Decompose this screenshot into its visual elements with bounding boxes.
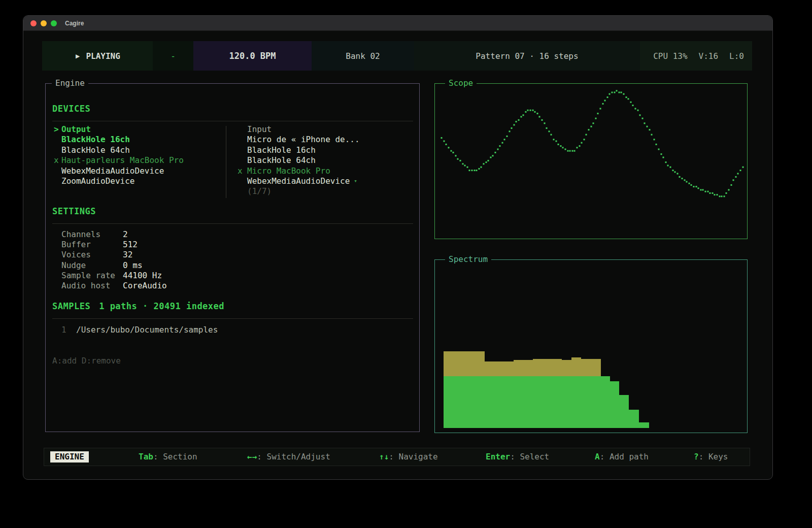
shortcut-label: : Keys: [699, 452, 728, 461]
play-icon: ▶: [76, 52, 80, 60]
prefix-spacer: [238, 124, 247, 135]
setting-label: Audio host: [61, 281, 123, 291]
spectrum-green-band: [639, 422, 649, 428]
levels-stat: L:0: [729, 51, 744, 61]
settings-row[interactable]: Audio hostCoreAudio: [52, 281, 413, 291]
spectrum-olive-band: [571, 357, 581, 376]
device-label: Micro MacBook Pro: [247, 166, 330, 176]
settings-row[interactable]: Voices32: [52, 250, 413, 260]
close-window-button[interactable]: [30, 20, 37, 26]
setting-value: 2: [123, 229, 128, 240]
spectrum-chart: [435, 260, 747, 432]
output-device-item[interactable]: xHaut-parleurs MacBook Pro: [52, 155, 226, 166]
device-columns: > Output BlackHole 16chBlackHole 64chxHa…: [52, 124, 413, 197]
pattern-display[interactable]: Pattern 07 · 16 steps: [414, 41, 640, 71]
shortcut-key: ?: [694, 452, 699, 461]
input-header-label: Input: [247, 124, 272, 135]
active-device-marker: x: [238, 166, 247, 176]
divider: [52, 318, 413, 319]
midi-indicator-glyph: -: [171, 51, 176, 61]
output-device-item[interactable]: BlackHole 16ch: [52, 135, 226, 145]
device-label: Haut-parleurs MacBook Pro: [61, 155, 184, 166]
active-device-marker: x: [54, 155, 61, 166]
column-divider: [226, 126, 226, 198]
setting-label: Buffer: [61, 240, 123, 250]
transport-bar: ▶ PLAYING - 120.0 BPM Bank 02 Pattern 07…: [42, 41, 752, 71]
spectrum-olive-band: [533, 359, 562, 376]
setting-label: Channels: [61, 229, 123, 240]
input-device-item[interactable]: BlackHole 64ch: [238, 155, 413, 166]
scroll-down-icon: ▾: [354, 176, 357, 186]
output-header-label: Output: [61, 124, 91, 135]
app-window: Cagire ▶ PLAYING - 120.0 BPM Bank 02 Pat…: [23, 15, 773, 480]
scope-panel: Scope: [434, 83, 748, 239]
spectrum-green-band: [571, 376, 581, 428]
bpm-display[interactable]: 120.0 BPM: [193, 41, 312, 71]
device-label: BlackHole 64ch: [247, 155, 316, 166]
divider: [52, 223, 413, 224]
spectrum-olive-band: [485, 361, 514, 376]
output-device-item[interactable]: ZoomAudioDevice: [52, 176, 226, 186]
cursor-icon: >: [54, 124, 61, 135]
footer-shortcut: Enter: Select: [486, 452, 549, 461]
settings-row[interactable]: Channels2: [52, 229, 413, 240]
midi-indicator: -: [153, 41, 193, 71]
prefix-spacer: [54, 145, 61, 155]
input-device-item[interactable]: WebexMediaAudioDevice▾: [238, 176, 413, 186]
spectrum-green-band: [514, 376, 533, 428]
engine-panel-title: Engine: [52, 78, 88, 88]
footer-shortcut: ?: Keys: [694, 452, 728, 461]
spectrum-olive-band: [444, 351, 485, 376]
prefix-spacer: [238, 145, 247, 155]
device-label: Micro de « iPhone de...: [247, 135, 360, 145]
settings-heading: SETTINGS: [52, 206, 413, 216]
spectrum-green-band: [485, 376, 514, 428]
shortcut-label: : Add path: [600, 452, 649, 461]
input-device-item[interactable]: Micro de « iPhone de...: [238, 135, 413, 145]
spectrum-green-band: [601, 376, 610, 428]
input-device-item[interactable]: xMicro MacBook Pro: [238, 166, 413, 176]
input-device-item[interactable]: BlackHole 16ch: [238, 145, 413, 155]
output-device-list: > Output BlackHole 16chBlackHole 64chxHa…: [52, 124, 226, 197]
setting-value: 44100 Hz: [123, 271, 162, 281]
window-controls: [30, 20, 57, 26]
setting-value: 32: [123, 250, 132, 260]
footer-shortcut: ←→: Switch/Adjust: [247, 452, 330, 461]
titlebar: Cagire: [23, 16, 772, 31]
minimize-window-button[interactable]: [41, 20, 47, 26]
device-label: BlackHole 16ch: [61, 135, 130, 145]
bpm-value: 120.0 BPM: [229, 51, 276, 61]
transport-state[interactable]: ▶ PLAYING: [42, 41, 153, 71]
transport-state-label: PLAYING: [86, 51, 120, 61]
spectrum-green-band: [628, 410, 639, 427]
zoom-window-button[interactable]: [51, 20, 57, 26]
input-list-pager: (1/7): [247, 186, 413, 196]
path-index: 1: [61, 325, 76, 335]
engine-panel: Engine DEVICES > Output BlackHole 16chBl…: [45, 83, 420, 432]
samples-hint: A:add D:remove: [52, 356, 413, 366]
input-list-header: Input: [238, 124, 413, 135]
settings-row[interactable]: Buffer512: [52, 240, 413, 250]
settings-row[interactable]: Nudge0 ms: [52, 260, 413, 271]
sample-path-row[interactable]: 1/Users/bubo/Documents/samples: [52, 325, 413, 335]
samples-heading: SAMPLES: [52, 301, 90, 311]
prefix-spacer: [54, 176, 61, 186]
device-label: BlackHole 64ch: [61, 145, 130, 155]
output-device-item[interactable]: WebexMediaAudioDevice: [52, 166, 226, 176]
spectrum-green-band: [533, 376, 562, 428]
device-label: ZoomAudioDevice: [61, 176, 135, 186]
shortcut-key: ↑↓: [379, 452, 389, 461]
setting-value: CoreAudio: [123, 281, 167, 291]
shortcut-key: A: [595, 452, 600, 461]
prefix-spacer: [54, 166, 61, 176]
divider: [52, 121, 413, 121]
setting-value: 0 ms: [123, 260, 143, 271]
bank-display[interactable]: Bank 02: [312, 41, 414, 71]
footer-shortcut: A: Add path: [595, 452, 649, 461]
spectrum-olive-band: [581, 359, 601, 376]
setting-label: Sample rate: [61, 271, 123, 281]
output-device-item[interactable]: BlackHole 64ch: [52, 145, 226, 155]
prefix-spacer: [54, 135, 61, 145]
settings-row[interactable]: Sample rate44100 Hz: [52, 271, 413, 281]
voices-stat: V:16: [699, 51, 719, 61]
